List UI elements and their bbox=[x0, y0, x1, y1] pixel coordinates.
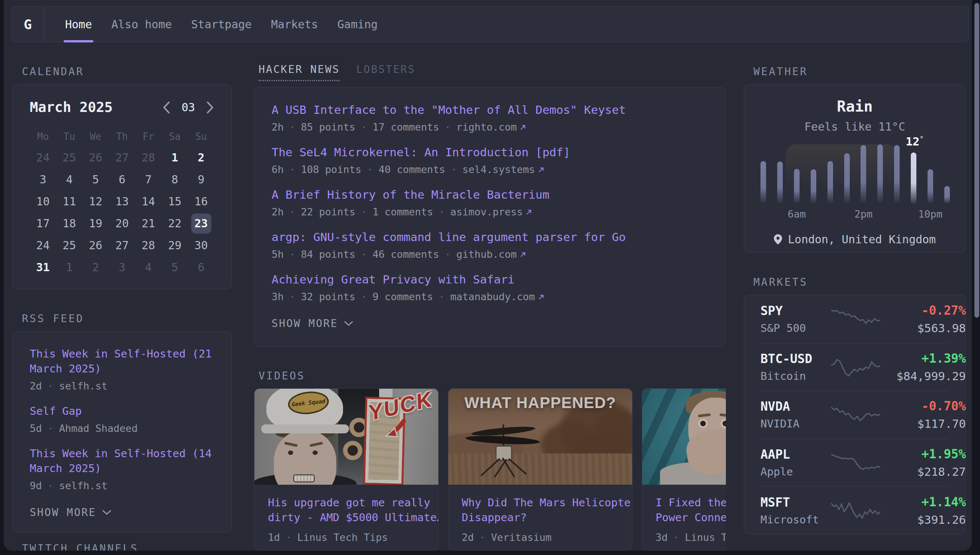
calendar-day[interactable]: 27 bbox=[109, 234, 135, 256]
calendar-day[interactable]: 31 bbox=[30, 256, 56, 278]
scrollbar-thumb[interactable] bbox=[974, 3, 979, 318]
news-item-domain-link[interactable]: righto.com bbox=[456, 121, 526, 133]
market-row-nvda[interactable]: NVDANVIDIA-0.70%$117.70 bbox=[760, 391, 949, 439]
chevron-left-icon[interactable] bbox=[162, 101, 170, 114]
rss-item-title[interactable]: Self Gap bbox=[30, 404, 214, 419]
calendar-day[interactable]: 2 bbox=[83, 256, 109, 278]
news-tab-lobsters[interactable]: LOBSTERS bbox=[356, 63, 415, 81]
calendar-day[interactable]: 19 bbox=[83, 212, 109, 234]
nav-tab-home[interactable]: Home bbox=[65, 7, 92, 42]
calendar-day[interactable]: 24 bbox=[30, 146, 56, 168]
market-row-aapl[interactable]: AAPLApple+1.95%$218.27 bbox=[760, 439, 949, 486]
nav-tab-gaming[interactable]: Gaming bbox=[337, 7, 378, 42]
market-change: +1.39% bbox=[880, 351, 966, 366]
calendar-day[interactable]: 6 bbox=[188, 256, 214, 278]
calendar-day[interactable]: 28 bbox=[135, 234, 162, 256]
news-item-comments: 40 comments bbox=[379, 163, 445, 176]
news-item-title[interactable]: A Brief History of the Miracle Bacterium bbox=[272, 187, 708, 202]
calendar-day[interactable]: 25 bbox=[56, 146, 83, 168]
calendar-day[interactable]: 1 bbox=[162, 146, 188, 168]
video-card[interactable]: Geek SquadYUCKHis upgrade got me reallyd… bbox=[254, 388, 439, 550]
news-item-domain-link[interactable]: matanabudy.com bbox=[450, 290, 544, 303]
eye bbox=[288, 451, 293, 455]
video-title[interactable]: I Fixed the 5090Power Connector bbox=[656, 495, 726, 525]
video-title-line: Disappear? bbox=[462, 510, 619, 525]
calendar-day-number: 6 bbox=[112, 170, 132, 190]
news-show-more-button[interactable]: SHOW MORE bbox=[272, 317, 708, 330]
video-title-line: Why Did The Mars Helicopter bbox=[462, 495, 619, 510]
news-item-title[interactable]: The SeL4 Microkernel: An Introduction [p… bbox=[272, 145, 708, 160]
calendar-day[interactable]: 12 bbox=[83, 191, 109, 212]
rss-item-title[interactable]: This Week in Self-Hosted (14March 2025) bbox=[30, 446, 214, 476]
calendar-day[interactable]: 17 bbox=[30, 212, 56, 234]
calendar-day[interactable]: 6 bbox=[109, 168, 135, 191]
calendar-day[interactable]: 27 bbox=[109, 146, 135, 168]
calendar-day[interactable]: 18 bbox=[56, 212, 83, 234]
calendar-day[interactable]: 1 bbox=[56, 256, 83, 278]
calendar-day[interactable]: 8 bbox=[162, 168, 188, 191]
mars-helicopter bbox=[459, 422, 548, 477]
news-item-domain-link[interactable]: asimov.press bbox=[450, 206, 532, 218]
calendar-controls: 03 bbox=[162, 101, 214, 114]
calendar-day[interactable]: 13 bbox=[109, 191, 135, 212]
calendar-day[interactable]: 21 bbox=[135, 212, 162, 234]
calendar-day-number: 8 bbox=[165, 170, 185, 190]
rss-show-more-button[interactable]: SHOW MORE bbox=[30, 506, 214, 518]
news-item-points: 108 points bbox=[301, 163, 362, 176]
calendar-day[interactable]: 10 bbox=[30, 191, 56, 212]
news-tab-hacker-news[interactable]: HACKER NEWS bbox=[258, 63, 340, 81]
temperature-bar bbox=[894, 145, 900, 204]
calendar-day[interactable]: 11 bbox=[56, 191, 83, 212]
calendar-day[interactable]: 4 bbox=[135, 256, 162, 278]
nav-tab-label: Startpage bbox=[191, 18, 252, 31]
app-logo[interactable]: G bbox=[11, 7, 44, 42]
news-item-domain: sel4.systems bbox=[462, 163, 535, 176]
calendar-day[interactable]: 9 bbox=[188, 168, 214, 191]
calendar-day[interactable]: 22 bbox=[162, 212, 188, 234]
calendar-day[interactable]: 15 bbox=[162, 191, 188, 212]
calendar-day-number: 6 bbox=[191, 257, 211, 278]
market-row-spy[interactable]: SPYS&P 500-0.27%$563.98 bbox=[760, 295, 949, 343]
chevron-right-icon[interactable] bbox=[206, 101, 214, 114]
nav-tab-markets[interactable]: Markets bbox=[271, 7, 318, 42]
news-item-domain-link[interactable]: github.com bbox=[456, 248, 526, 261]
news-item-title[interactable]: Achieving Great Privacy with Safari bbox=[272, 272, 708, 287]
video-age: 3d bbox=[656, 532, 668, 543]
market-row-msft[interactable]: MSFTMicrosoft+1.14%$391.26 bbox=[760, 486, 949, 534]
news-item-domain-link[interactable]: sel4.systems bbox=[462, 163, 544, 176]
nav-tab-also-home[interactable]: Also home bbox=[111, 7, 172, 42]
video-title[interactable]: His upgrade got me reallydirty - AMD $50… bbox=[268, 495, 425, 525]
market-row-btc-usd[interactable]: BTC-USDBitcoin+1.39%$84,999.29 bbox=[760, 343, 949, 391]
calendar-day[interactable]: 24 bbox=[30, 234, 56, 256]
video-title[interactable]: Why Did The Mars HelicopterDisappear? bbox=[462, 495, 619, 525]
rss-item-title[interactable]: This Week in Self-Hosted (21March 2025) bbox=[30, 346, 214, 376]
calendar-day[interactable]: 14 bbox=[135, 191, 162, 212]
calendar-day[interactable]: 2 bbox=[188, 146, 214, 168]
calendar-day[interactable]: 26 bbox=[83, 234, 109, 256]
video-card[interactable]: WHAT HAPPENED?Why Did The Mars Helicopte… bbox=[448, 388, 632, 550]
news-item-title[interactable]: A USB Interface to the "Mother of All De… bbox=[272, 102, 708, 117]
calendar-day[interactable]: 25 bbox=[56, 234, 83, 256]
nav-tab-startpage[interactable]: Startpage bbox=[191, 7, 252, 42]
video-title-line: Power Connector bbox=[656, 510, 726, 525]
calendar-day[interactable]: 26 bbox=[83, 146, 109, 168]
calendar-day[interactable]: 5 bbox=[83, 168, 109, 191]
dot-separator: · bbox=[444, 121, 451, 133]
calendar-day[interactable]: 20 bbox=[109, 212, 135, 234]
calendar-day[interactable]: 23 bbox=[188, 212, 214, 234]
calendar-day[interactable]: 29 bbox=[162, 234, 188, 256]
rss-item-meta: 9d·selfh.st bbox=[30, 480, 214, 492]
calendar-day[interactable]: 3 bbox=[30, 168, 56, 191]
temperature-bar bbox=[911, 152, 916, 204]
calendar-day[interactable]: 30 bbox=[188, 234, 214, 256]
calendar-day[interactable]: 3 bbox=[109, 256, 135, 278]
calendar-day[interactable]: 28 bbox=[135, 146, 162, 168]
video-card[interactable]: DOTHTI Fixed the 5090Power Connector3d·L… bbox=[642, 388, 726, 550]
calendar-day[interactable]: 7 bbox=[135, 168, 162, 191]
news-item-title[interactable]: argp: GNU-style command line argument pa… bbox=[272, 229, 708, 244]
calendar-day-number: 21 bbox=[138, 213, 159, 234]
calendar-day[interactable]: 4 bbox=[56, 168, 83, 191]
news-item-domain: asimov.press bbox=[450, 206, 523, 218]
calendar-day[interactable]: 16 bbox=[188, 191, 214, 212]
calendar-day[interactable]: 5 bbox=[162, 256, 188, 278]
